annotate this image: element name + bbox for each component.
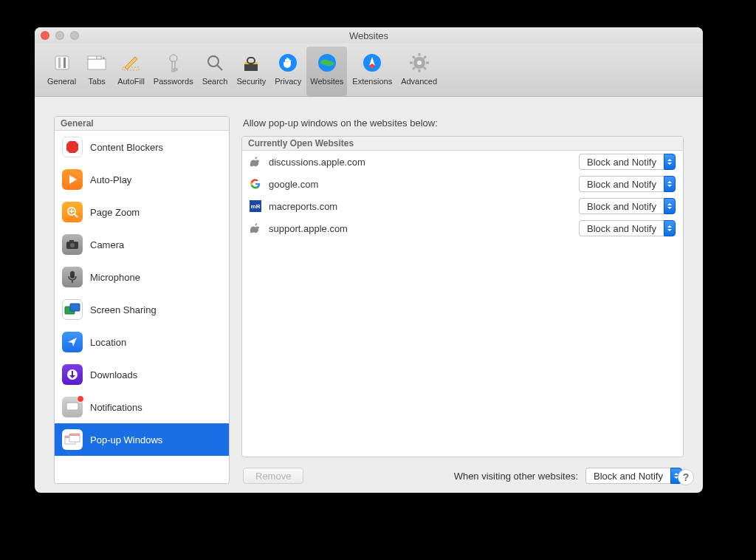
site-info: support.apple.com	[250, 222, 348, 234]
site-info: discussions.apple.com	[250, 156, 365, 168]
svg-rect-5	[97, 56, 101, 59]
site-policy-select[interactable]: Block and Notify	[579, 154, 676, 170]
site-info: mR macreports.com	[250, 200, 337, 212]
lock-icon	[239, 51, 263, 75]
site-policy-select[interactable]: Block and Notify	[579, 220, 676, 236]
site-domain: macreports.com	[269, 201, 337, 212]
svg-rect-43	[70, 304, 80, 311]
sidebar-item-microphone[interactable]: Microphone	[55, 261, 229, 293]
svg-line-34	[75, 214, 78, 217]
preferences-toolbar: General + Tabs AutoFill Passwords Search	[35, 44, 703, 97]
svg-rect-10	[173, 69, 177, 70]
tab-passwords[interactable]: Passwords	[150, 47, 197, 96]
svg-line-30	[424, 56, 426, 58]
tab-label: Security	[236, 77, 266, 86]
remove-button[interactable]: Remove	[243, 468, 303, 484]
sidebar-item-downloads[interactable]: Downloads	[55, 358, 229, 391]
tab-general[interactable]: General	[44, 47, 80, 96]
select-value: Block and Notify	[585, 468, 670, 484]
gear-icon	[408, 51, 431, 75]
svg-line-27	[413, 56, 415, 58]
sidebar-header: General	[55, 117, 229, 131]
minimize-window-button[interactable]	[55, 31, 64, 40]
sites-panel: Currently Open Websites discussions.appl…	[241, 136, 684, 457]
tab-tabs[interactable]: + Tabs	[81, 47, 112, 96]
svg-rect-40	[70, 271, 75, 279]
apple-favicon-icon	[250, 222, 261, 234]
sidebar-item-screen-sharing[interactable]: Screen Sharing	[55, 293, 229, 326]
chevron-updown-icon	[664, 154, 676, 170]
switch-icon	[50, 51, 74, 75]
traffic-lights	[41, 31, 79, 40]
preferences-window: Websites General + Tabs AutoFill Passwor…	[35, 27, 703, 493]
websites-sidebar: General Content Blockers Auto-Play Page …	[54, 116, 230, 484]
svg-rect-0	[55, 56, 69, 69]
site-row[interactable]: mR macreports.com Block and Notify	[242, 195, 683, 217]
select-value: Block and Notify	[579, 176, 664, 192]
tab-advanced[interactable]: Advanced	[397, 47, 441, 96]
sidebar-item-content-blockers[interactable]: Content Blockers	[55, 131, 229, 163]
zoom-icon	[62, 202, 83, 222]
site-row[interactable]: discussions.apple.com Block and Notify	[242, 151, 683, 173]
windows-icon	[62, 429, 83, 450]
sidebar-item-label: Page Zoom	[90, 207, 140, 218]
sidebar-item-autoplay[interactable]: Auto-Play	[55, 163, 229, 196]
screens-icon	[62, 299, 83, 320]
close-window-button[interactable]	[41, 31, 49, 40]
svg-text:+: +	[102, 55, 106, 61]
sidebar-item-page-zoom[interactable]: Page Zoom	[55, 196, 229, 228]
key-icon	[162, 51, 185, 75]
search-icon	[203, 51, 227, 75]
sidebar-item-label: Microphone	[90, 272, 140, 283]
apple-favicon-icon	[250, 156, 261, 168]
svg-marker-31	[66, 141, 78, 153]
sidebar-item-popups[interactable]: Pop-up Windows	[55, 423, 229, 456]
google-favicon-icon	[250, 178, 261, 190]
svg-point-11	[208, 56, 219, 66]
sidebar-item-notifications[interactable]: Notifications	[55, 391, 229, 423]
stop-icon	[62, 137, 83, 157]
sidebar-item-label: Notifications	[90, 402, 142, 413]
site-row[interactable]: google.com Block and Notify	[242, 173, 683, 195]
svg-point-22	[417, 61, 422, 65]
tab-label: Websites	[310, 77, 343, 86]
sidebar-item-label: Downloads	[90, 369, 137, 380]
tab-websites[interactable]: Websites	[306, 47, 347, 96]
panel-heading: Allow pop-up windows on the websites bel…	[243, 117, 684, 129]
chevron-updown-icon	[664, 198, 676, 214]
microphone-icon	[62, 267, 83, 287]
help-icon: ?	[683, 471, 690, 483]
sidebar-item-label: Pop-up Windows	[90, 434, 162, 445]
chevron-updown-icon	[664, 176, 676, 192]
site-policy-select[interactable]: Block and Notify	[579, 198, 676, 214]
svg-line-12	[217, 65, 222, 70]
svg-marker-44	[68, 338, 77, 346]
content-area: General Content Blockers Auto-Play Page …	[35, 97, 703, 493]
compass-icon	[360, 51, 384, 75]
help-button[interactable]: ?	[678, 469, 694, 485]
site-policy-select[interactable]: Block and Notify	[579, 176, 676, 192]
tab-search[interactable]: Search	[199, 47, 232, 96]
sidebar-item-label: Auto-Play	[90, 174, 131, 185]
sidebar-item-location[interactable]: Location	[55, 326, 229, 358]
zoom-window-button[interactable]	[70, 31, 79, 40]
sidebar-item-camera[interactable]: Camera	[55, 228, 229, 261]
chevron-updown-icon	[664, 220, 676, 236]
svg-rect-52	[69, 434, 80, 436]
tab-extensions[interactable]: Extensions	[348, 47, 396, 96]
tab-autofill[interactable]: AutoFill	[114, 47, 148, 96]
badge-dot-icon	[77, 395, 84, 403]
default-policy-select[interactable]: Block and Notify	[585, 468, 682, 484]
tab-label: General	[47, 77, 76, 86]
macreports-favicon-icon: mR	[250, 200, 261, 212]
default-policy-label: When visiting other websites:	[454, 471, 578, 482]
site-domain: discussions.apple.com	[269, 157, 365, 168]
svg-marker-32	[69, 175, 77, 184]
main-panel: Allow pop-up windows on the websites bel…	[241, 116, 684, 484]
site-row[interactable]: support.apple.com Block and Notify	[242, 217, 683, 239]
pencil-icon	[119, 51, 142, 75]
sidebar-item-label: Screen Sharing	[90, 304, 157, 315]
tab-security[interactable]: Security	[233, 47, 269, 96]
svg-rect-1	[58, 58, 61, 68]
tab-privacy[interactable]: Privacy	[271, 47, 305, 96]
